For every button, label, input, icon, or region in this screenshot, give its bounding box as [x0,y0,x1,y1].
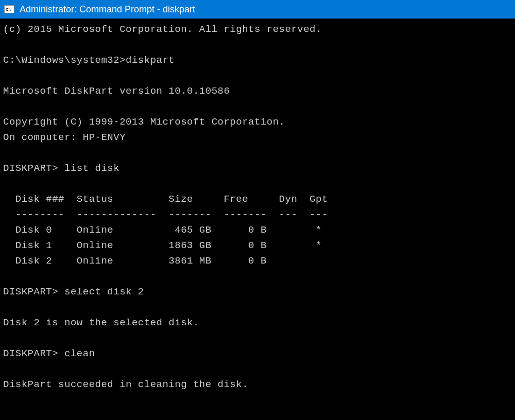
diskpart-copyright: Copyright (C) 1999-2013 Microsoft Corpor… [3,116,285,128]
window-title: Administrator: Command Prompt - diskpart [20,4,195,15]
on-computer: On computer: HP-ENVY [3,132,126,143]
cmd-list-disk: list disk [64,163,119,174]
disk-table-header: Disk ### Status Size Free Dyn Gpt [3,194,328,205]
diskpart-prompt: DISKPART> [3,348,64,359]
cmd-diskpart: diskpart [126,55,175,66]
cmd-icon [4,5,14,13]
disk-row: Disk 2 Online 3861 MB 0 B [3,255,267,267]
disk-table-divider: -------- ------------- ------- ------- -… [3,209,328,220]
diskpart-prompt: DISKPART> [3,286,64,297]
copyright-line: (c) 2015 Microsoft Corporation. All righ… [3,24,322,35]
titlebar[interactable]: Administrator: Command Prompt - diskpart [0,0,515,19]
disk-row: Disk 1 Online 1863 GB 0 B * [3,240,322,251]
terminal-output[interactable]: (c) 2015 Microsoft Corporation. All righ… [0,19,515,420]
diskpart-version: Microsoft DiskPart version 10.0.10586 [3,85,230,97]
select-result: Disk 2 is now the selected disk. [3,317,199,328]
diskpart-prompt: DISKPART> [3,163,64,174]
cmd-select-disk: select disk 2 [64,286,144,297]
cmd-clean: clean [64,348,95,359]
command-prompt-window: Administrator: Command Prompt - diskpart… [0,0,515,420]
clean-result: DiskPart succeeded in cleaning the disk. [3,379,248,390]
disk-row: Disk 0 Online 465 GB 0 B * [3,224,322,236]
prompt-path: C:\Windows\system32> [3,55,126,66]
